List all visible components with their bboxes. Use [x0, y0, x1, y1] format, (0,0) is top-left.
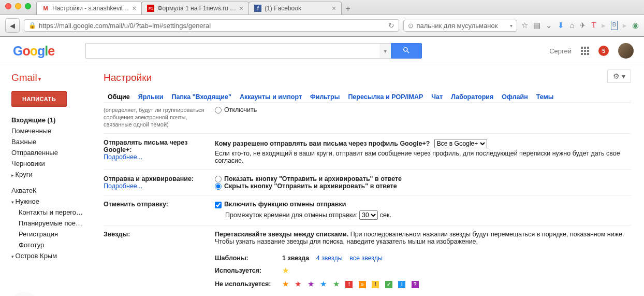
- text-icon[interactable]: T: [591, 21, 596, 30]
- stamp-purple[interactable]: ?: [412, 281, 419, 288]
- stamp-red[interactable]: !: [345, 281, 353, 288]
- settings-tab[interactable]: Общие: [104, 91, 134, 103]
- browser-search-input[interactable]: [416, 22, 510, 30]
- stamp-yellow[interactable]: !: [372, 281, 379, 288]
- window-zoom[interactable]: [25, 3, 31, 9]
- avatar[interactable]: [618, 43, 634, 59]
- page-title: Настройки: [104, 72, 631, 83]
- undo-period-select[interactable]: 30: [359, 210, 378, 220]
- one-star-link[interactable]: 1 звезда: [282, 255, 309, 262]
- used-label: Используется:: [215, 267, 261, 274]
- settings-tab[interactable]: Ярлыки: [134, 91, 168, 103]
- undo-period-label: Промежуток времени для отмены отправки:: [225, 212, 358, 219]
- tab-close[interactable]: ×: [332, 4, 336, 12]
- archive-show-option[interactable]: Показать кнопку "Отправить и архивироват…: [215, 175, 631, 182]
- search-dropdown-icon[interactable]: ▾: [510, 23, 513, 29]
- all-stars-link[interactable]: все звезды: [349, 255, 383, 262]
- star-icon[interactable]: ☆: [521, 21, 528, 30]
- gplus-select[interactable]: Все в Google+: [434, 139, 487, 148]
- refresh-button[interactable]: ↻: [388, 21, 394, 30]
- browser-tab[interactable]: MНастройки - s.anashkevit…×: [36, 2, 142, 15]
- undo-label: Отменить отправку:: [104, 201, 168, 208]
- sidebar-item[interactable]: Входящие (1): [11, 115, 91, 125]
- browser-tab[interactable]: f(1) Facebook×: [248, 2, 342, 15]
- settings-tab[interactable]: Офлайн: [497, 91, 532, 103]
- star-orange[interactable]: ★: [282, 279, 289, 288]
- window-minimize[interactable]: [15, 3, 21, 9]
- compose-button[interactable]: НАПИСАТЬ: [11, 91, 67, 107]
- user-name[interactable]: Сергей: [549, 47, 572, 55]
- settings-tab[interactable]: Аккаунты и импорт: [236, 91, 306, 103]
- tab-title: (1) Facebook: [265, 5, 329, 12]
- stamp-blue[interactable]: i: [398, 281, 405, 288]
- settings-tab[interactable]: Чат: [427, 91, 447, 103]
- sidebar-item[interactable]: АкватеК: [11, 185, 91, 196]
- search-engine-icon: ⊙: [408, 22, 414, 30]
- gmail-dropdown[interactable]: Gmail: [11, 72, 91, 83]
- four-stars-link[interactable]: 4 звезды: [316, 255, 343, 262]
- home-icon[interactable]: ⌂: [569, 21, 574, 30]
- gear-button[interactable]: ⚙ ▾: [607, 69, 631, 83]
- star-red[interactable]: ★: [295, 279, 301, 288]
- archive-more-link[interactable]: Подробнее...: [104, 182, 142, 190]
- undo-checkbox[interactable]: Включить функцию отмены отправки: [215, 201, 631, 208]
- settings-tab[interactable]: Папка "Входящие": [168, 91, 236, 103]
- sep: ▸: [602, 21, 606, 30]
- apps-icon[interactable]: [581, 47, 589, 55]
- star-yellow[interactable]: ★: [282, 266, 289, 275]
- settings-tab[interactable]: Фильтры: [306, 91, 344, 103]
- archive-label: Отправка и архивирование:: [104, 175, 194, 182]
- settings-tab[interactable]: Темы: [532, 91, 558, 103]
- feed-icon[interactable]: ▤: [533, 21, 540, 30]
- url-input[interactable]: [39, 22, 388, 30]
- sidebar-item[interactable]: Нужное: [11, 196, 91, 207]
- sidebar-item[interactable]: Круги: [11, 169, 91, 180]
- hangouts-icon[interactable]: ❝❞: [11, 292, 37, 296]
- gplus-label: Отправлять письма через Google+:: [104, 139, 187, 153]
- stamp-orange[interactable]: »: [359, 281, 366, 288]
- star-purple[interactable]: ★: [308, 279, 314, 288]
- sidebar-item[interactable]: Остров Крым: [11, 250, 91, 261]
- vk-icon[interactable]: B: [611, 21, 618, 30]
- stamp-green[interactable]: ✓: [385, 281, 392, 288]
- archive-hide-option[interactable]: Скрыть кнопку "Отправить и архивировать"…: [215, 182, 631, 190]
- sidebar-item[interactable]: Отправленные: [11, 147, 91, 158]
- undo-period-unit: сек.: [380, 212, 391, 219]
- notifications-badge[interactable]: 5: [598, 46, 609, 56]
- back-button[interactable]: ◀: [5, 18, 20, 33]
- lock-icon: 🔒: [28, 22, 36, 29]
- stars-label: Звезды:: [104, 231, 130, 238]
- grouping-note: (определяет, будут ли группироваться соо…: [104, 107, 204, 128]
- tab-favicon: M: [42, 5, 49, 12]
- download-icon[interactable]: ⬇: [558, 21, 564, 30]
- sidebar-item[interactable]: Фототур: [11, 239, 91, 250]
- settings-tab[interactable]: Пересылка и POP/IMAP: [344, 91, 427, 103]
- sidebar-item[interactable]: Регистрация: [11, 229, 91, 239]
- star-green[interactable]: ★: [333, 279, 340, 288]
- gmail-search-button[interactable]: [391, 43, 422, 59]
- new-tab-button[interactable]: +: [341, 3, 355, 15]
- gplus-question: Кому разрешено отправлять вам письма чер…: [215, 140, 430, 147]
- sidebar-item[interactable]: Помеченные: [11, 125, 91, 136]
- sidebar-item[interactable]: Контакты и перего…: [11, 207, 91, 218]
- gmail-search-input[interactable]: [85, 43, 379, 59]
- sep2: ▸: [623, 21, 627, 30]
- tab-favicon: f: [254, 5, 261, 12]
- google-logo[interactable]: Google: [13, 44, 54, 59]
- tab-title: Настройки - s.anashkevit…: [52, 5, 129, 12]
- tab-close[interactable]: ×: [132, 4, 136, 12]
- sidebar-item[interactable]: Черновики: [11, 158, 91, 169]
- search-options-dropdown[interactable]: ▼: [379, 43, 391, 59]
- sidebar-item[interactable]: Важные: [11, 136, 91, 147]
- pocket-icon[interactable]: ⌄: [546, 21, 552, 30]
- browser-tab[interactable]: F1Формула 1 на F1news.ru …×: [141, 2, 249, 15]
- send-icon[interactable]: ✈: [579, 21, 586, 30]
- settings-tab[interactable]: Лаборатория: [447, 91, 497, 103]
- disable-option[interactable]: Отключить: [215, 106, 631, 114]
- window-close[interactable]: [5, 3, 11, 9]
- evernote-icon[interactable]: ◉: [632, 21, 639, 30]
- gplus-more-link[interactable]: Подробнее...: [104, 153, 142, 161]
- star-blue[interactable]: ★: [320, 279, 327, 288]
- tab-close[interactable]: ×: [239, 4, 243, 12]
- sidebar-item[interactable]: Планируемые пое…: [11, 218, 91, 229]
